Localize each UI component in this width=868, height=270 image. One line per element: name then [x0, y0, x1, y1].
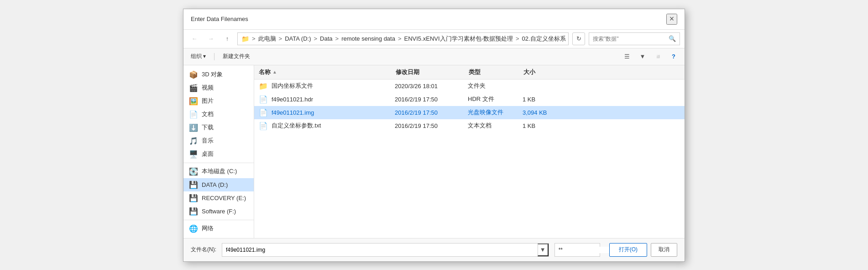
datad-icon: 💾 [189, 180, 198, 189]
view-dropdown-icon: ▼ [640, 53, 646, 60]
organize-button[interactable]: 组织 ▾ [188, 51, 209, 62]
filename-input[interactable] [222, 247, 538, 253]
doc-icon: 📄 [189, 110, 198, 119]
toolbar-separator [214, 53, 214, 60]
folder-icon-0: 📁 [259, 82, 268, 90]
address-segment-0: 📁 [241, 35, 249, 42]
search-icon: 🔍 [669, 35, 676, 42]
sidebar-label-download: 下载 [202, 123, 214, 132]
sidebar-label-desktop: 桌面 [202, 150, 214, 158]
sidebar-label-softf: Software (F:) [202, 208, 236, 215]
address-segment-4: remote sensing data [341, 35, 395, 42]
file-size-2: 3,094 KB [523, 109, 559, 116]
file-icon-3: 📄 [259, 122, 268, 130]
col-header-name[interactable]: 名称 ▲ [259, 68, 396, 76]
softf-icon: 💾 [189, 207, 198, 216]
file-size-1: 1 KB [523, 96, 559, 103]
up-icon: ↑ [226, 35, 229, 42]
file-row-2[interactable]: 📄 f49e011021.img 2016/2/19 17:50 光盘映像文件 … [254, 106, 685, 119]
folder-icon: 📁 [241, 35, 249, 42]
search-input[interactable] [593, 36, 667, 42]
help-button[interactable]: ? [667, 50, 680, 63]
address-segment-1: 此电脑 [258, 35, 276, 43]
file-size-3: 1 KB [523, 122, 559, 129]
file-row-3[interactable]: 📄 自定义坐标参数.txt 2016/2/19 17:50 文本文档 1 KB [254, 119, 685, 132]
sidebar-separator-2 [183, 220, 254, 220]
image-icon: 🖼️ [189, 97, 198, 106]
bottom-bar: 文件名(N): ▼ ▼ 打开(O) 取消 [183, 238, 685, 261]
open-button[interactable]: 打开(O) [609, 243, 647, 257]
close-button[interactable]: × [666, 14, 677, 25]
file-type-1: HDR 文件 [468, 95, 523, 103]
filename-dropdown-button[interactable]: ▼ [538, 244, 549, 256]
file-type-3: 文本文档 [468, 122, 523, 130]
desktop-icon: 🖥️ [189, 150, 198, 159]
file-date-3: 2016/2/19 17:50 [395, 122, 468, 129]
col-header-type[interactable]: 类型 [469, 68, 523, 76]
sidebar-item-desktop[interactable]: 🖥️ 桌面 [183, 148, 254, 161]
file-type-0: 文件夹 [468, 82, 523, 90]
back-button[interactable]: ← [188, 32, 201, 45]
sidebar-item-datad[interactable]: 💾 DATA (D:) [183, 178, 254, 191]
file-row-0[interactable]: 📁 国内坐标系文件 2020/3/26 18:01 文件夹 [254, 79, 685, 93]
action-toolbar: 组织 ▾ 新建文件夹 ☰ ▼ ◽ ? [183, 48, 685, 65]
address-segment-6: 02.自定义坐标系（北京54、西安80、2000坐标系） [522, 35, 569, 43]
help-icon: ? [672, 53, 675, 60]
main-area: 📦 3D 对象 🎬 视频 🖼️ 图片 📄 文档 ⬇️ 下载 🎵 音乐 [183, 65, 685, 238]
pane-toggle-button[interactable]: ◽ [652, 50, 664, 63]
cancel-button[interactable]: 取消 [651, 243, 677, 257]
col-header-size[interactable]: 大小 [523, 68, 560, 76]
sidebar-item-video[interactable]: 🎬 视频 [183, 81, 254, 95]
forward-button[interactable]: → [204, 32, 217, 45]
sidebar-label-network: 网络 [202, 224, 214, 233]
file-list-header: 名称 ▲ 修改日期 类型 大小 [254, 65, 685, 79]
recoverye-icon: 💾 [189, 194, 198, 202]
sidebar-item-localc[interactable]: 💽 本地磁盘 (C:) [183, 165, 254, 178]
address-segment-2: DATA (D:) [285, 35, 311, 42]
sidebar-item-network[interactable]: 🌐 网络 [183, 222, 254, 235]
music-icon: 🎵 [189, 137, 198, 145]
file-icon-2: 📄 [259, 108, 268, 117]
filetype-input-wrap[interactable]: ▼ [554, 243, 600, 257]
view-details-button[interactable]: ☰ [621, 50, 633, 63]
sidebar-item-download[interactable]: ⬇️ 下载 [183, 121, 254, 134]
sidebar-label-image: 图片 [202, 97, 214, 105]
sidebar-item-music[interactable]: 🎵 音乐 [183, 134, 254, 148]
file-name-2: f49e011021.img [272, 109, 395, 116]
sidebar-separator [183, 163, 254, 163]
col-header-date[interactable]: 修改日期 [396, 68, 469, 76]
sidebar-label-datad: DATA (D:) [202, 181, 228, 188]
address-segment-3: Data [320, 35, 332, 42]
address-segment-5: ENVI5.xENVI入门学习素材包-数据预处理 [404, 35, 513, 43]
sidebar-item-recoverye[interactable]: 💾 RECOVERY (E:) [183, 191, 254, 205]
title-bar: Enter Data Filenames × [183, 9, 685, 30]
file-row-1[interactable]: 📄 f49e011021.hdr 2016/2/19 17:50 HDR 文件 … [254, 93, 685, 106]
details-view-icon: ☰ [624, 53, 630, 60]
search-box[interactable]: 🔍 [589, 32, 680, 45]
nav-toolbar: ← → ↑ 📁 > 此电脑 > DATA (D:) > Data > [183, 30, 685, 48]
sidebar: 📦 3D 对象 🎬 视频 🖼️ 图片 📄 文档 ⬇️ 下载 🎵 音乐 [183, 65, 254, 238]
address-bar[interactable]: 📁 > 此电脑 > DATA (D:) > Data > remote sens… [237, 32, 569, 45]
view-controls: ☰ ▼ ◽ ? [621, 50, 680, 63]
file-name-1: f49e011021.hdr [272, 96, 395, 103]
view-options-button[interactable]: ▼ [636, 50, 649, 63]
sidebar-item-3d[interactable]: 📦 3D 对象 [183, 68, 254, 81]
new-folder-button[interactable]: 新建文件夹 [220, 51, 253, 62]
refresh-button[interactable]: ↻ [572, 32, 585, 45]
filename-input-wrap[interactable]: ▼ [222, 243, 549, 257]
sidebar-label-doc: 文档 [202, 110, 214, 118]
up-button[interactable]: ↑ [221, 32, 234, 45]
filename-label: 文件名(N): [191, 246, 216, 254]
sidebar-item-image[interactable]: 🖼️ 图片 [183, 95, 254, 108]
sidebar-item-doc[interactable]: 📄 文档 [183, 108, 254, 121]
file-type-2: 光盘映像文件 [468, 108, 523, 116]
refresh-icon: ↻ [576, 35, 581, 42]
sidebar-item-softf[interactable]: 💾 Software (F:) [183, 205, 254, 218]
file-name-0: 国内坐标系文件 [272, 82, 395, 90]
file-list-area[interactable]: 名称 ▲ 修改日期 类型 大小 📁 国内坐标系文件 2020/3/26 18:0… [254, 65, 685, 238]
file-icon-1: 📄 [259, 95, 268, 104]
dialog-window: Enter Data Filenames × ← → ↑ 📁 > 此电脑 > D… [183, 9, 685, 262]
3d-icon: 📦 [189, 70, 198, 79]
file-name-3: 自定义坐标参数.txt [272, 122, 395, 130]
sidebar-label-recoverye: RECOVERY (E:) [202, 195, 246, 201]
